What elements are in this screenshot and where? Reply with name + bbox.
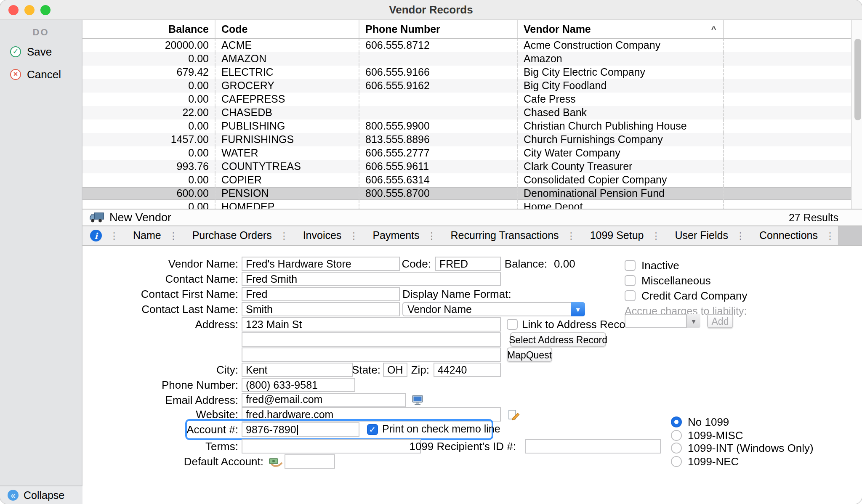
- table-row[interactable]: 993.76COUNTYTREAS606.555.9611Clark Count…: [82, 160, 862, 173]
- radio-button[interactable]: [671, 430, 682, 440]
- select-address-record-button[interactable]: Select Address Record: [510, 332, 606, 347]
- tab-menu-dots-icon[interactable]: ⋮: [652, 230, 661, 241]
- scrollbar-thumb[interactable]: [854, 39, 861, 120]
- terms-label: Terms:: [82, 439, 238, 454]
- radio-button[interactable]: [671, 456, 682, 467]
- radio-1099-nec[interactable]: 1099-NEC: [671, 454, 739, 469]
- table-row[interactable]: 0.00GROCERY606.555.9162Big City Foodland: [82, 79, 862, 93]
- close-window-button[interactable]: [8, 5, 19, 15]
- table-row[interactable]: 0.00COPIER606.555.6314Consolidated Copie…: [82, 173, 862, 187]
- cancel-button[interactable]: × Cancel: [0, 66, 82, 82]
- address-line3-input[interactable]: [242, 347, 501, 362]
- radio-1099-int-windows-only[interactable]: 1099-INT (Windows Only): [671, 441, 814, 455]
- flag-credit-card-company[interactable]: Credit Card Company: [625, 289, 747, 303]
- table-row[interactable]: 1457.00FURNISHINGS813.555.8896Church Fur…: [82, 133, 862, 146]
- row-phone: 813.555.8896: [359, 133, 517, 146]
- flag-inactive[interactable]: Inactive: [625, 258, 679, 273]
- code-input[interactable]: FRED: [435, 257, 501, 271]
- tab-connections[interactable]: Connections⋮: [749, 226, 839, 245]
- website-edit-icon[interactable]: [508, 409, 520, 420]
- checkbox[interactable]: [625, 275, 636, 286]
- address-line2-input[interactable]: [242, 332, 501, 347]
- checkbox[interactable]: [625, 260, 636, 271]
- column-header-code[interactable]: Code: [215, 20, 359, 38]
- default-account-lookup-icon[interactable]: [269, 456, 283, 467]
- tab-menu-dots-icon[interactable]: ⋮: [736, 230, 745, 241]
- accrue-liability-select[interactable]: ▾: [625, 314, 700, 328]
- column-header-vendor-name[interactable]: Vendor Name ^: [517, 20, 723, 38]
- recipient-id-input[interactable]: [525, 439, 661, 454]
- website-input[interactable]: fred.hardware.com: [242, 407, 501, 422]
- input-text: 9876-7890: [246, 424, 296, 435]
- vendor-name-input[interactable]: Fred's Hardware Store: [242, 257, 400, 271]
- table-row[interactable]: 0.00AMAZONAmazon: [82, 52, 862, 66]
- vertical-scrollbar[interactable]: [851, 20, 862, 209]
- display-name-format-select[interactable]: Vendor Name ▾: [402, 302, 585, 316]
- flag-miscellaneous[interactable]: Miscellaneous: [625, 273, 711, 288]
- contact-last-name-input[interactable]: Smith: [242, 302, 400, 316]
- save-button[interactable]: ✓ Save: [0, 43, 82, 60]
- tab-info[interactable]: i ⋮: [82, 226, 123, 245]
- add-liability-button[interactable]: Add: [707, 314, 733, 328]
- row-phone: 606.555.6314: [359, 173, 517, 187]
- tab-purchase-orders[interactable]: Purchase Orders⋮: [182, 226, 293, 245]
- email-icon[interactable]: [412, 394, 423, 406]
- row-code: COPIER: [215, 173, 359, 187]
- table-row[interactable]: 22.00CHASEDBChased Bank: [82, 106, 862, 119]
- tab-payments[interactable]: Payments⋮: [362, 226, 440, 245]
- table-row[interactable]: 0.00WATER606.555.2777City Water Company: [82, 146, 862, 160]
- collapse-sidebar-button[interactable]: « Collapse: [0, 485, 82, 504]
- phone-number-input[interactable]: (800) 633-9581: [242, 378, 355, 392]
- chevron-down-icon[interactable]: ▾: [571, 302, 585, 316]
- column-header-balance[interactable]: Balance: [82, 20, 215, 38]
- row-vendor-name: Big City Electric Company: [517, 66, 723, 79]
- table-row[interactable]: 0.00HOMEDEPHome Depot: [82, 200, 862, 209]
- email-address-input[interactable]: fred@email.com: [242, 393, 406, 407]
- mapquest-button[interactable]: MapQuest: [507, 347, 552, 362]
- column-header-phone-number[interactable]: Phone Number: [359, 20, 517, 38]
- terms-input[interactable]: [242, 439, 421, 454]
- tab-menu-dots-icon[interactable]: ⋮: [109, 230, 119, 241]
- tab-menu-dots-icon[interactable]: ⋮: [349, 230, 358, 241]
- tab-1099-setup[interactable]: 1099 Setup⋮: [580, 226, 665, 245]
- table-row[interactable]: 20000.00ACME606.555.8712Acme Constructio…: [82, 39, 862, 52]
- radio-button[interactable]: [671, 416, 682, 427]
- account-number-input[interactable]: 9876-7890: [242, 422, 359, 437]
- tab-user-fields[interactable]: User Fields⋮: [665, 226, 749, 245]
- print-on-memo-checkbox[interactable]: ✓: [367, 424, 378, 435]
- radio-1099-misc[interactable]: 1099-MISC: [671, 428, 743, 442]
- row-balance: 993.76: [82, 160, 215, 173]
- tab-name[interactable]: Name⋮: [123, 226, 182, 245]
- radio-button[interactable]: [671, 443, 682, 454]
- radio-no-1099[interactable]: No 1099: [671, 415, 729, 429]
- tab-menu-dots-icon[interactable]: ⋮: [567, 230, 576, 241]
- address-line1-input[interactable]: 123 Main St: [242, 317, 501, 332]
- tab-menu-dots-icon[interactable]: ⋮: [825, 230, 835, 241]
- row-phone: 606.555.9166: [359, 66, 517, 79]
- zoom-window-button[interactable]: [40, 5, 51, 15]
- checkbox[interactable]: [625, 290, 636, 301]
- row-phone: [359, 106, 517, 119]
- contact-name-input[interactable]: Fred Smith: [242, 272, 501, 286]
- contact-first-name-input[interactable]: Fred: [242, 287, 400, 301]
- title-bar: Vendor Records: [0, 0, 862, 20]
- tab-menu-dots-icon[interactable]: ⋮: [279, 230, 289, 241]
- minimize-window-button[interactable]: [24, 5, 35, 15]
- table-row[interactable]: 600.00PENSION800.555.8700Denominational …: [82, 187, 862, 200]
- tab-invoices[interactable]: Invoices⋮: [293, 226, 363, 245]
- row-balance: 0.00: [82, 119, 215, 133]
- balance-label: Balance:: [502, 257, 547, 271]
- table-row[interactable]: 679.42ELECTRIC606.555.9166Big City Elect…: [82, 66, 862, 79]
- row-balance: 679.42: [82, 66, 215, 79]
- table-row[interactable]: 0.00PUBLISHING800.555.9900Christian Chur…: [82, 119, 862, 133]
- tab-menu-dots-icon[interactable]: ⋮: [169, 230, 178, 241]
- column-header-label: Vendor Name: [524, 23, 591, 35]
- chevron-down-icon[interactable]: ▾: [686, 314, 700, 328]
- link-to-address-checkbox[interactable]: [507, 319, 518, 330]
- tab-menu-dots-icon[interactable]: ⋮: [427, 230, 436, 241]
- tab-recurring-transactions[interactable]: Recurring Transactions⋮: [441, 226, 580, 245]
- default-account-input[interactable]: [285, 454, 335, 469]
- table-row[interactable]: 0.00CAFEPRESSCafe Press: [82, 93, 862, 106]
- zip-input[interactable]: 44240: [434, 363, 501, 377]
- row-balance: 600.00: [82, 187, 215, 200]
